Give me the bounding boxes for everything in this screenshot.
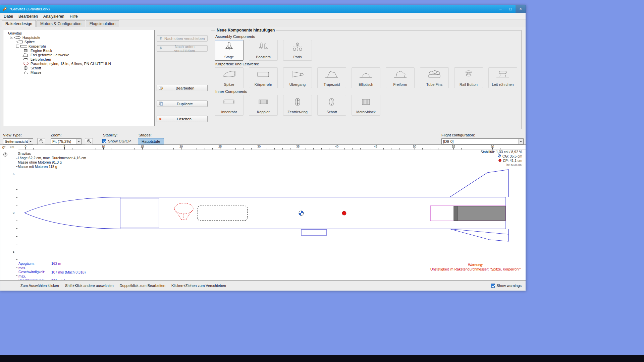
show-warnings-checkbox[interactable]: Show warnings	[491, 284, 522, 288]
tree-item-hauptstufe[interactable]: −Hauptstufe	[3, 35, 154, 40]
ruler-tick	[15, 213, 17, 213]
tree-item-leitroehrchen[interactable]: Leitröhrchen	[3, 57, 154, 61]
tree-item-engine-block[interactable]: Engine Block	[3, 48, 154, 53]
ruler-tick	[189, 148, 189, 149]
ruler-tick	[127, 148, 127, 149]
finset-icon	[22, 53, 30, 57]
menu-analysieren[interactable]: Analysieren	[41, 13, 67, 19]
component-rail-button[interactable]: Rail Button	[454, 67, 483, 88]
component-uebergang[interactable]: Übergang	[283, 67, 312, 88]
ruler-tick	[212, 148, 213, 149]
rotation-dial[interactable]	[3, 152, 8, 158]
ruler-tick	[41, 148, 41, 149]
tab-raketendesign[interactable]: Raketendesign	[2, 20, 36, 27]
duplicate-button[interactable]: Duplicate	[157, 101, 208, 107]
tree-item-label: Schott	[31, 66, 41, 70]
tree-item-koerperrohr[interactable]: −Körperrohr	[3, 44, 154, 48]
edit-button[interactable]: Bearbeiten	[157, 85, 208, 91]
expander-icon[interactable]: −	[10, 36, 13, 39]
component-tube-fins[interactable]: Tube Fins	[420, 67, 449, 88]
component-boosters[interactable]: Boosters	[249, 40, 278, 61]
stage-toggle-hauptstufe[interactable]: Hauptstufe	[138, 138, 164, 144]
component-pods[interactable]: Pods	[283, 40, 312, 61]
tab-flugsimulation[interactable]: Flugsimulation	[86, 20, 119, 27]
taskbar[interactable]	[0, 355, 644, 362]
status-bar: Zum Auswählen klickenShift+Klick andere …	[0, 281, 526, 291]
component-label: Schott	[326, 110, 337, 114]
bodytube-icon	[20, 44, 28, 48]
tree-item-frei-geformte-leitwerke[interactable]: Frei geformte Leitwerke	[3, 53, 154, 57]
tree-item-masse[interactable]: Masse	[3, 70, 154, 74]
view-toolbar: View Type: Seitenansicht Zoom: Fit (75,2…	[0, 132, 526, 144]
zoom-out-icon	[39, 139, 44, 144]
component-zentrier-ring[interactable]: Zentrier-ring	[283, 95, 312, 116]
ruler-tick	[57, 148, 57, 149]
flight-stat-row: max. Beschleunigung:201 m/s²	[18, 274, 86, 281]
component-label: Trapezoid	[324, 83, 340, 86]
ruler-tick	[313, 148, 314, 149]
arrow-up-icon	[159, 36, 163, 41]
tree-item-schott[interactable]: Schott	[3, 66, 154, 70]
ruler-tick	[485, 148, 485, 149]
tab-motors-configuration[interactable]: Motors & Configuration	[37, 20, 85, 27]
zoom-out-button[interactable]	[37, 138, 45, 145]
view-type-select[interactable]: Seitenansicht	[3, 138, 33, 144]
fin-bottom-2	[450, 229, 508, 234]
ruler-tick	[368, 148, 368, 149]
mass-icon	[22, 70, 30, 74]
component-label: Rail Button	[460, 83, 478, 86]
ruler-tick	[16, 259, 17, 260]
ruler-tick	[399, 148, 399, 149]
arrow-down-icon	[159, 46, 163, 51]
status-hints: Zum Auswählen klickenShift+Klick andere …	[20, 284, 226, 288]
menu-bearbeiten[interactable]: Bearbeiten	[16, 13, 41, 19]
ruler-label: 15	[139, 145, 145, 148]
component-motor-block[interactable]: Motor-block	[352, 95, 380, 116]
component-innenrohr[interactable]: Innenrohr	[215, 95, 244, 116]
ruler-label: 55	[450, 145, 457, 148]
component-spitze[interactable]: Spitze	[215, 67, 244, 88]
tree-item-parachute-nylon-18-in-6-lines-pn-chute18-n[interactable]: Parachute, nylon, 18 in., 6 lines, PN CH…	[3, 61, 154, 66]
maximize-button[interactable]: □	[505, 5, 516, 13]
component-leit-roehrchen[interactable]: Leit-röhrchen	[488, 67, 517, 88]
ruler-tick	[438, 148, 438, 149]
component-label: Tube Fins	[426, 83, 443, 86]
delete-button[interactable]: × Löschen	[157, 116, 208, 122]
component-stage[interactable]: Stage	[215, 40, 244, 61]
ruler-tick	[508, 148, 508, 149]
component-elliptisch[interactable]: Elliptisch	[352, 67, 380, 88]
show-cgcp-checkbox[interactable]: Show CG/CP	[102, 139, 131, 143]
menu-hilfe[interactable]: Hilfe	[67, 13, 80, 19]
parachute-icon	[22, 62, 30, 66]
cg-icon	[498, 154, 501, 159]
zoom-in-button[interactable]	[85, 138, 93, 145]
move-down-button[interactable]: Nach unten verschieben	[157, 45, 208, 52]
component-label: Boosters	[256, 55, 270, 59]
zoom-select[interactable]: Fit (75,2%)	[51, 138, 82, 144]
status-hint: Doppelklick zum Bearbeiten	[120, 284, 165, 288]
component-tree[interactable]: Gravitas−HauptstufeSpitze−KörperrohrEngi…	[3, 30, 155, 126]
menu-datei[interactable]: Datei	[1, 13, 16, 19]
desktop: *Gravitas (Gravitas.ork) – □ × DateiBear…	[0, 0, 644, 362]
rocket-canvas[interactable]: 0° cm Gravitas Länge 62,2 cm, max. Durch…	[0, 144, 526, 281]
component-koerperrohr[interactable]: Körperrohr	[249, 67, 278, 88]
flight-config-select[interactable]: [D9-0]	[441, 138, 524, 144]
warning-text: Unstetigkeit im Raketendurchmesser: "Spi…	[430, 267, 521, 272]
move-up-button[interactable]: Nach oben verschieben	[157, 35, 208, 42]
component-koppler[interactable]: Koppler	[249, 95, 278, 116]
title-bar[interactable]: *Gravitas (Gravitas.ork) – □ ×	[0, 5, 526, 13]
rocket-length: Länge 62,2 cm, max. Durchmesser 4,16 cm	[18, 156, 86, 160]
component-trapezoid[interactable]: Trapezoid	[317, 67, 346, 88]
expander-icon[interactable]: −	[16, 45, 19, 48]
tree-item-label: Engine Block	[31, 49, 52, 53]
minimize-button[interactable]: –	[495, 5, 505, 13]
tree-item-spitze[interactable]: Spitze	[3, 40, 154, 44]
ruler-tick	[446, 148, 446, 149]
component-palette: Neue Komponente hinzufügen Assembly Comp…	[211, 28, 522, 129]
close-button[interactable]: ×	[516, 5, 526, 13]
component-schott[interactable]: Schott	[317, 95, 346, 116]
tree-root[interactable]: Gravitas	[3, 31, 154, 35]
component-freiform[interactable]: Freiform	[386, 67, 415, 88]
ruler-tick	[16, 205, 17, 205]
menu-bar: DateiBearbeitenAnalysierenHilfe	[0, 13, 526, 20]
